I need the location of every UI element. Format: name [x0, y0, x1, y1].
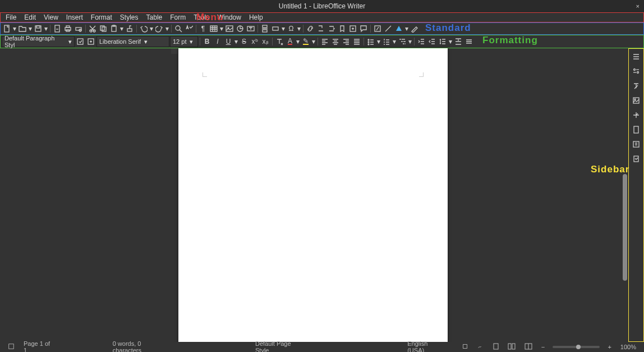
bulleted-list-dropdown-icon[interactable]: ▾ — [376, 36, 381, 47]
increase-indent-icon[interactable] — [416, 36, 426, 47]
outline-list-dropdown-icon[interactable]: ▾ — [408, 36, 412, 47]
insert-chart-icon[interactable] — [235, 24, 245, 34]
insert-footnote-icon[interactable] — [316, 24, 326, 34]
open-dropdown-icon[interactable]: ▾ — [28, 24, 33, 34]
menu-edit[interactable]: Edit — [20, 13, 40, 22]
menu-file[interactable]: File — [2, 13, 20, 22]
vertical-scrollbar[interactable] — [623, 174, 627, 281]
menu-form[interactable]: Form — [166, 13, 190, 22]
redo-dropdown-icon[interactable]: ▾ — [165, 24, 169, 34]
highlight-button[interactable]: ✎ — [301, 36, 311, 47]
insert-special-dropdown-icon[interactable]: ▾ — [297, 24, 301, 34]
sidebar-style-inspector-icon[interactable] — [631, 139, 642, 150]
insert-pagebreak-icon[interactable] — [260, 24, 270, 34]
font-color-button[interactable]: A — [285, 36, 295, 47]
insert-comment-icon[interactable] — [358, 24, 369, 34]
underline-dropdown-icon[interactable]: ▾ — [234, 36, 238, 47]
print-icon[interactable] — [63, 24, 73, 34]
insert-field-icon[interactable] — [270, 24, 280, 34]
sidebar-navigator-icon[interactable] — [631, 109, 642, 121]
insert-textbox-icon[interactable] — [246, 24, 256, 34]
save-dropdown-icon[interactable]: ▾ — [44, 24, 48, 34]
status-page-style[interactable]: Default Page Style — [251, 340, 307, 352]
strikethrough-button[interactable]: S — [239, 36, 249, 47]
status-language[interactable]: English (USA) — [403, 340, 448, 352]
redo-icon[interactable] — [154, 24, 164, 34]
line-spacing-icon[interactable] — [438, 36, 448, 47]
basic-shapes-icon[interactable] — [394, 24, 404, 34]
print-preview-icon[interactable] — [73, 24, 84, 34]
status-view-book-icon[interactable] — [520, 343, 537, 351]
insert-table-icon[interactable] — [209, 24, 219, 34]
formatting-marks-icon[interactable]: ¶ — [198, 24, 208, 34]
close-icon[interactable]: × — [636, 3, 640, 10]
menu-window[interactable]: Window — [213, 13, 245, 22]
sidebar-properties-icon[interactable] — [631, 66, 642, 77]
menu-format[interactable]: Format — [87, 13, 116, 22]
zoom-slider-thumb[interactable] — [576, 345, 581, 349]
sidebar-manage-changes-icon[interactable] — [631, 153, 642, 164]
new-dropdown-icon[interactable]: ▾ — [12, 24, 17, 34]
update-style-icon[interactable] — [75, 36, 85, 47]
insert-hyperlink-icon[interactable] — [305, 24, 315, 34]
status-signature-icon[interactable] — [473, 343, 489, 351]
font-name-combo[interactable]: Liberation Serif ▾ — [96, 36, 169, 47]
menu-insert[interactable]: Insert — [62, 13, 87, 22]
new-style-icon[interactable] — [86, 36, 96, 47]
basic-shapes-dropdown-icon[interactable]: ▾ — [404, 24, 409, 34]
paste-icon[interactable] — [109, 24, 119, 34]
sidebar-gallery-icon[interactable] — [631, 95, 642, 106]
align-left-icon[interactable] — [320, 36, 330, 47]
find-icon[interactable] — [173, 24, 183, 34]
align-center-icon[interactable] — [330, 36, 341, 47]
status-save-icon[interactable] — [3, 343, 19, 351]
sidebar-settings-icon[interactable] — [631, 51, 642, 62]
bulleted-list-icon[interactable] — [366, 36, 376, 47]
decrease-indent-icon[interactable] — [427, 36, 437, 47]
save-icon[interactable] — [33, 24, 43, 34]
cut-icon[interactable] — [88, 24, 98, 34]
insert-special-icon[interactable]: Ω — [286, 24, 296, 34]
insert-image-icon[interactable] — [224, 24, 234, 34]
clear-formatting-button[interactable] — [274, 36, 284, 47]
insert-table-dropdown-icon[interactable]: ▾ — [219, 24, 224, 34]
decrease-para-spacing-icon[interactable] — [464, 36, 474, 47]
zoom-minus-button[interactable]: − — [537, 344, 549, 350]
menu-view[interactable]: View — [40, 13, 62, 22]
status-view-multi-icon[interactable] — [503, 343, 520, 351]
numbered-list-icon[interactable] — [381, 36, 392, 47]
sidebar-styles-icon[interactable] — [631, 80, 642, 92]
new-icon[interactable] — [2, 24, 12, 34]
highlight-dropdown-icon[interactable]: ▾ — [311, 36, 316, 47]
paste-dropdown-icon[interactable]: ▾ — [119, 24, 124, 34]
open-icon[interactable] — [17, 24, 27, 34]
zoom-percent[interactable]: 100% — [616, 344, 641, 350]
line-spacing-dropdown-icon[interactable]: ▾ — [448, 36, 453, 47]
spellcheck-icon[interactable] — [184, 24, 194, 34]
zoom-plus-button[interactable]: + — [603, 344, 615, 350]
status-selmode-icon[interactable] — [457, 343, 473, 351]
export-pdf-icon[interactable] — [52, 24, 62, 34]
increase-para-spacing-icon[interactable] — [453, 36, 463, 47]
show-draw-icon[interactable] — [410, 24, 420, 34]
menu-tools[interactable]: Tools — [190, 13, 213, 22]
font-color-dropdown-icon[interactable]: ▾ — [296, 36, 300, 47]
status-words[interactable]: 0 words, 0 characters — [108, 340, 172, 352]
underline-button[interactable]: U — [223, 36, 233, 47]
align-justify-icon[interactable] — [352, 36, 362, 47]
sidebar-page-icon[interactable] — [631, 124, 642, 135]
font-size-combo[interactable]: 12 pt ▾ — [170, 36, 198, 47]
zoom-slider[interactable] — [553, 346, 600, 348]
status-page[interactable]: Page 1 of 1 — [19, 340, 58, 352]
status-view-single-icon[interactable] — [489, 343, 503, 351]
subscript-button[interactable]: xᵦ — [260, 36, 270, 47]
undo-icon[interactable] — [139, 24, 149, 34]
undo-dropdown-icon[interactable]: ▾ — [149, 24, 154, 34]
insert-endnote-icon[interactable] — [326, 24, 337, 34]
menu-styles[interactable]: Styles — [116, 13, 142, 22]
clone-formatting-icon[interactable] — [125, 24, 135, 34]
align-right-icon[interactable] — [341, 36, 351, 47]
menu-table[interactable]: Table — [142, 13, 167, 22]
track-changes-icon[interactable] — [372, 24, 383, 34]
paragraph-style-combo[interactable]: Default Paragraph Styl ▾ — [2, 36, 75, 47]
